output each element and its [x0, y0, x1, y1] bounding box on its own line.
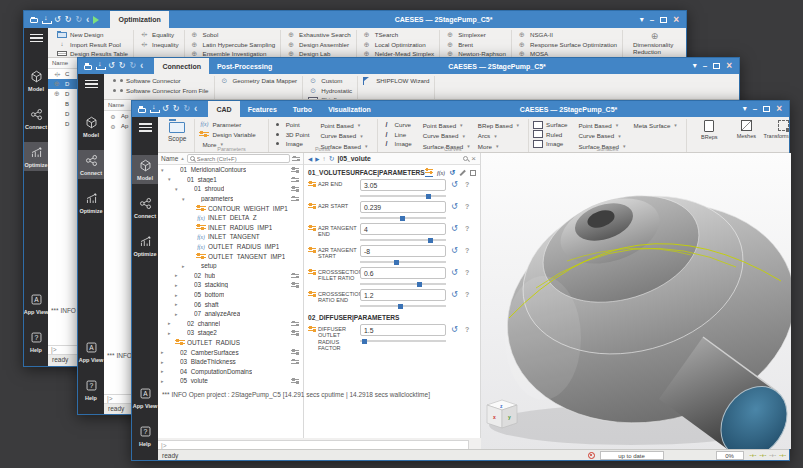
design-variables-icon[interactable] [291, 273, 299, 279]
close-icon[interactable]: × [471, 154, 476, 163]
tree-row[interactable]: INLET_DELTA_Z [158, 213, 303, 223]
sidebar-item[interactable]: A ? Model [78, 112, 104, 141]
help-icon[interactable]: ? [465, 181, 469, 188]
parameters-filter-icon[interactable] [292, 156, 300, 162]
tree-row[interactable]: ▾ 01_shroud [158, 184, 303, 194]
ribbon-item[interactable]: Line [382, 130, 415, 140]
tree-row[interactable]: OUTLET_RADIUS [158, 338, 303, 348]
parameter-slider[interactable] [360, 305, 446, 307]
ribbon-item[interactable]: Simplexer [445, 30, 506, 40]
ribbon-item[interactable]: NSGA-II [517, 30, 617, 40]
design-variables-icon[interactable] [291, 330, 299, 336]
ribbon-item[interactable]: Parameter [199, 120, 258, 130]
sidebar-item[interactable]: A ? Optimize [78, 188, 104, 217]
ribbon-item[interactable]: Point [273, 120, 313, 130]
expander-icon[interactable]: ▸ [161, 368, 166, 374]
ribbon-item[interactable]: Software Connector [113, 76, 209, 86]
tab[interactable]: Connection [154, 58, 209, 74]
slider-handle[interactable] [417, 282, 422, 287]
ribbon-item[interactable]: Curve Based [317, 131, 367, 142]
ribbon-item[interactable]: Curve Based [420, 131, 470, 142]
tab[interactable]: Visualization [320, 101, 379, 117]
slider-handle[interactable] [428, 238, 433, 243]
expander-icon[interactable]: ▸ [168, 330, 173, 336]
parameter-value-input[interactable]: 4 [360, 223, 446, 235]
ribbon-item[interactable]: Curve Based [575, 131, 625, 142]
tree-row[interactable]: ▸ 05_volute [158, 376, 303, 386]
ribbon-item[interactable]: Response Surface Optimization [517, 40, 617, 50]
expander-icon[interactable]: ▸ [175, 282, 180, 288]
titlebar[interactable]: ConnectionPost-Processing CAESES — 2Stag… [78, 58, 739, 74]
expander-icon[interactable]: ▸ [161, 378, 166, 384]
parameter-value-input[interactable]: 0.6 [360, 267, 446, 279]
tree-row[interactable]: ▸ 03_stage2 [158, 328, 303, 338]
sidebar-item[interactable]: A ? App View [132, 383, 158, 412]
edit-icon[interactable] [459, 169, 465, 175]
parameter-value-input[interactable]: 1.5 [360, 324, 446, 336]
design-variables-icon[interactable] [291, 359, 299, 365]
minimize-icon[interactable] [650, 16, 654, 24]
ribbon-item[interactable]: Ruled [533, 130, 570, 140]
reset-icon[interactable]: ↺ [449, 169, 455, 177]
sidebar-item[interactable]: A ? Optimize [132, 231, 158, 260]
reset-icon[interactable]: ↺ [451, 246, 458, 255]
refresh-icon[interactable] [129, 62, 136, 70]
close-icon[interactable] [776, 105, 782, 113]
maximize-icon[interactable] [713, 63, 720, 69]
tree-row[interactable]: ▾ 01_MeridionalContours [158, 165, 303, 175]
design-variables-icon[interactable] [291, 167, 299, 173]
reset-icon[interactable]: ↺ [451, 268, 458, 277]
tree-row[interactable]: ▸ 04_ComputationDomains [158, 366, 303, 376]
slider-handle[interactable] [398, 304, 403, 309]
search-box[interactable] [187, 154, 290, 163]
help-icon[interactable]: ? [465, 291, 469, 298]
redo-icon[interactable] [119, 62, 126, 70]
viewport-3d[interactable]: x y z [481, 153, 791, 449]
expander-icon[interactable]: ▸ [175, 272, 180, 278]
ribbon-item[interactable]: Import Result Pool [57, 40, 128, 50]
expander-icon[interactable]: ▸ [161, 359, 166, 365]
reset-icon[interactable]: ↺ [451, 224, 458, 233]
refresh-icon[interactable]: ↻ [329, 155, 335, 163]
expand-icon[interactable] [470, 170, 476, 176]
ribbon-item[interactable]: Inequality [139, 40, 179, 50]
design-variables-icon[interactable] [291, 349, 299, 355]
tab[interactable]: Turbo [285, 101, 320, 117]
ribbon-item[interactable]: Custom [308, 76, 352, 86]
chevron-down-icon[interactable] [743, 105, 747, 113]
chevron-down-icon[interactable] [693, 62, 697, 70]
redo-icon[interactable] [65, 16, 72, 24]
expander-icon[interactable]: ▾ [175, 186, 180, 192]
save-icon[interactable] [96, 62, 104, 70]
ribbon-item[interactable]: Hydrostatic [308, 86, 352, 96]
refresh-icon[interactable] [183, 105, 190, 113]
tree-row[interactable]: ▸ 06_shaft [158, 299, 303, 309]
help-icon[interactable]: ? [465, 269, 469, 276]
undo-icon[interactable] [54, 16, 61, 24]
tree-row[interactable]: OUTLET_TANGENT_IMP1 [158, 251, 303, 261]
toggle-icon[interactable]: -+- [750, 452, 757, 458]
toggle-icon[interactable]: -+- [759, 452, 766, 458]
sync-status-box[interactable]: up to date [600, 451, 664, 460]
save-icon[interactable] [42, 16, 50, 24]
tab[interactable]: CAD [208, 101, 239, 117]
ribbon-item[interactable]: Latin Hypercube Sampling [190, 40, 276, 50]
progress-box[interactable]: 0% [716, 451, 744, 460]
sidebar-item[interactable]: A ? Model [132, 155, 158, 184]
slider-handle[interactable] [394, 260, 399, 265]
back-icon[interactable] [140, 62, 143, 70]
tab[interactable]: Features [240, 101, 285, 117]
toggle-icon[interactable]: -+- [779, 452, 786, 458]
parameter-slider[interactable] [360, 283, 446, 285]
ribbon-tool[interactable]: BReps [691, 120, 728, 152]
folder-icon[interactable] [84, 65, 92, 70]
titlebar[interactable]: CADFeaturesTurboVisualization CAESES — 2… [132, 101, 789, 117]
sidebar-item[interactable]: A ? App View [24, 289, 48, 318]
sort-icon[interactable]: ▲ [180, 156, 184, 161]
undo-icon[interactable] [108, 62, 115, 70]
parameter-value-input[interactable]: -8 [360, 245, 446, 257]
ribbon-item[interactable]: Surface [533, 120, 570, 130]
tree-row[interactable]: OUTLET_RADIUS_IMP1 [158, 242, 303, 252]
expander-icon[interactable]: ▸ [175, 292, 180, 298]
forward-icon[interactable]: ▶ [315, 156, 319, 162]
